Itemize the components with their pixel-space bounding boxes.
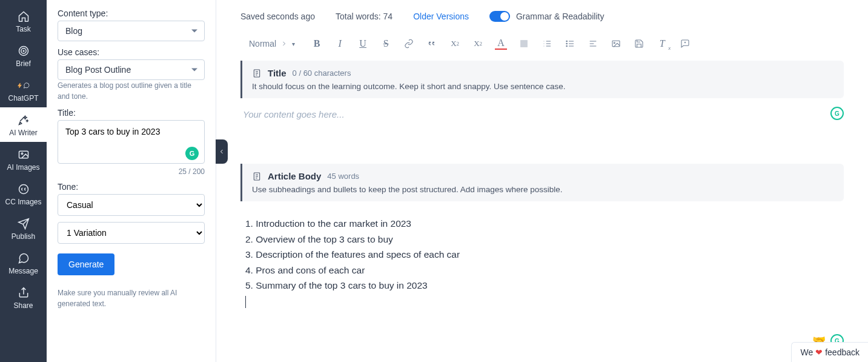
title-section-card: Title 0 / 60 characters It should focus …: [240, 61, 844, 98]
cc-icon: [17, 183, 30, 196]
editor-toolbar: Normal ▾ B I U S X2 X2 A Tx: [240, 34, 844, 61]
tone-select[interactable]: Casual: [58, 194, 205, 216]
italic-button[interactable]: I: [334, 38, 346, 50]
nav-task[interactable]: Task: [0, 4, 47, 38]
variation-select[interactable]: 1 Variation: [58, 222, 205, 244]
blockquote-button[interactable]: [426, 38, 438, 50]
comment-button[interactable]: [679, 38, 691, 50]
nav-label: Publish: [12, 232, 35, 241]
svg-point-1: [21, 49, 25, 53]
older-versions-link[interactable]: Older Versions: [413, 12, 469, 21]
grammar-label: Grammar & Readability: [516, 12, 605, 21]
bolt-chat-icon: [17, 79, 30, 92]
svg-point-5: [19, 185, 28, 194]
list-item: 2. Overview of the top 3 cars to buy: [245, 232, 841, 247]
image-button[interactable]: [610, 38, 622, 50]
ordered-list-button[interactable]: [541, 38, 553, 50]
body-section-meta: 45 words: [327, 172, 359, 181]
clear-format-button[interactable]: Tx: [656, 38, 668, 50]
save-button[interactable]: [633, 38, 645, 50]
grammarly-icon[interactable]: G: [830, 107, 844, 120]
svg-rect-6: [521, 41, 528, 47]
chat-icon: [17, 252, 30, 265]
body-section-card: Article Body 45 words Use subheadings an…: [240, 164, 844, 201]
text-color-button[interactable]: A: [495, 38, 507, 50]
title-char-count: 25 / 200: [58, 167, 205, 176]
title-section-hint: It should focus on the learning outcome.…: [252, 82, 834, 91]
nav-label: Task: [16, 25, 31, 33]
link-button[interactable]: [403, 38, 415, 50]
body-content-area[interactable]: 1. Introduction to the car market in 202…: [240, 206, 844, 326]
send-icon: [17, 217, 30, 230]
nav-share[interactable]: Share: [0, 280, 47, 315]
subscript-button[interactable]: X2: [449, 38, 461, 50]
body-section-label: Article Body: [268, 171, 321, 181]
grammar-toggle[interactable]: [489, 11, 510, 22]
svg-point-11: [614, 42, 615, 44]
use-cases-label: Use cases:: [58, 47, 205, 57]
nav-chatgpt[interactable]: ChatGPT: [0, 73, 47, 107]
nav-label: Message: [8, 267, 38, 275]
image-sparkle-icon: [17, 148, 30, 161]
bold-button[interactable]: B: [311, 38, 323, 50]
svg-point-0: [19, 47, 28, 56]
title-input[interactable]: Top 3 cars to buy in 2023: [58, 120, 205, 164]
list-item: 1. Introduction to the car market in 202…: [245, 216, 841, 232]
title-section-label: Title: [268, 68, 287, 78]
list-item: 5. Summary of the top 3 cars to buy in 2…: [245, 278, 841, 293]
content-type-label: Content type:: [58, 8, 205, 18]
editor-status-bar: Saved seconds ago Total words: 74 Older …: [240, 11, 844, 22]
nav-ai-writer[interactable]: AI Writer: [0, 107, 47, 142]
nav-cc-images[interactable]: CC Images: [0, 176, 47, 211]
align-button[interactable]: [587, 38, 599, 50]
superscript-button[interactable]: X2: [472, 38, 484, 50]
review-note: Make sure you manually review all AI gen…: [58, 287, 205, 309]
strikethrough-button[interactable]: S: [380, 38, 392, 50]
use-cases-helper: Generates a blog post outline given a ti…: [58, 80, 205, 102]
title-placeholder: Your content goes here...: [243, 109, 841, 119]
svg-point-7: [566, 41, 568, 42]
underline-button[interactable]: U: [357, 38, 369, 50]
grammarly-icon[interactable]: G: [185, 147, 199, 160]
target-icon: [17, 44, 30, 58]
saved-status: Saved seconds ago: [240, 12, 315, 21]
svg-point-9: [566, 45, 568, 47]
list-item: 3. Description of the features and specs…: [245, 247, 841, 263]
content-type-select[interactable]: Blog: [58, 21, 205, 41]
generate-button[interactable]: Generate: [58, 253, 114, 275]
nav-label: Share: [13, 301, 33, 310]
svg-point-2: [23, 50, 24, 52]
document-icon: [252, 172, 262, 181]
share-icon: [17, 286, 30, 300]
heart-icon: ❤: [815, 347, 823, 357]
use-cases-value: Blog Post Outline: [58, 59, 205, 80]
svg-point-8: [566, 43, 568, 44]
settings-panel: Content type: Blog Use cases: Blog Post …: [47, 0, 216, 362]
title-label: Title:: [58, 108, 205, 118]
svg-point-4: [21, 153, 23, 155]
outline-list: 1. Introduction to the car market in 202…: [243, 212, 841, 293]
document-icon: [252, 69, 262, 78]
nav-label: Brief: [16, 59, 31, 68]
nav-label: AI Writer: [9, 129, 37, 137]
content-type-value: Blog: [58, 21, 205, 41]
svg-rect-3: [19, 151, 28, 158]
nav-label: CC Images: [5, 198, 41, 206]
collapse-sidebar-handle[interactable]: [216, 139, 228, 164]
feedback-button[interactable]: We ❤ feedback: [791, 342, 868, 362]
highlight-button[interactable]: [518, 38, 530, 50]
nav-label: ChatGPT: [8, 94, 38, 102]
list-item: 4. Pros and cons of each car: [245, 263, 841, 278]
use-cases-select[interactable]: Blog Post Outline: [58, 59, 205, 80]
body-section-hint: Use subheadings and bullets to keep the …: [252, 185, 834, 194]
nav-brief[interactable]: Brief: [0, 38, 47, 73]
format-select[interactable]: Normal ▾: [249, 39, 300, 49]
title-content-area[interactable]: Your content goes here... G: [240, 103, 844, 139]
nav-message[interactable]: Message: [0, 246, 47, 280]
svg-rect-10: [612, 41, 620, 46]
unordered-list-button[interactable]: [564, 38, 576, 50]
nav-publish[interactable]: Publish: [0, 211, 47, 246]
nav-rail: Task Brief ChatGPT AI Writer AI Images C…: [0, 0, 47, 362]
nav-ai-images[interactable]: AI Images: [0, 142, 47, 176]
nav-label: AI Images: [7, 163, 39, 172]
